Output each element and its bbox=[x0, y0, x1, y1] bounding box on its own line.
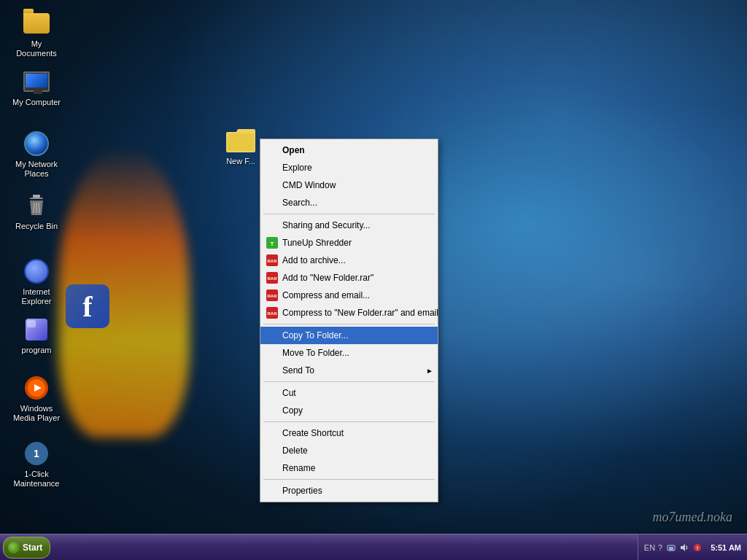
taskbar: Start EN ? ! bbox=[0, 534, 747, 560]
menu-item-search[interactable]: Search... bbox=[260, 194, 438, 211]
separator-3 bbox=[263, 381, 435, 382]
cut-icon bbox=[266, 387, 278, 399]
svg-text:T: T bbox=[271, 241, 274, 247]
svg-line-2 bbox=[34, 203, 34, 213]
tray-icon-network bbox=[665, 542, 677, 553]
desktop-icon-program[interactable]: program bbox=[7, 314, 66, 358]
my-computer-label: My Computer bbox=[12, 98, 61, 107]
my-computer-icon bbox=[23, 69, 50, 95]
svg-rect-23 bbox=[669, 547, 673, 551]
move-to-icon bbox=[266, 347, 278, 359]
tray-language: EN bbox=[644, 543, 655, 552]
menu-item-add-archive[interactable]: RAR Add to archive... bbox=[260, 252, 438, 269]
my-documents-icon bbox=[23, 10, 50, 36]
svg-text:RAR: RAR bbox=[268, 276, 278, 281]
compress-email-icon: RAR bbox=[266, 289, 278, 301]
menu-item-tuneup[interactable]: T TuneUp Shredder bbox=[260, 234, 438, 252]
explore-icon bbox=[266, 162, 278, 174]
ie-label: Internet Explorer bbox=[10, 287, 63, 306]
wmp-label: Windows Media Player bbox=[10, 404, 63, 423]
taskbar-tray: EN ? ! 5:51 AM bbox=[638, 534, 747, 560]
add-archive-icon: RAR bbox=[266, 254, 278, 266]
rename-icon bbox=[266, 462, 278, 474]
desktop-icon-my-computer[interactable]: My Computer bbox=[7, 66, 66, 110]
program-label: program bbox=[22, 346, 52, 355]
menu-item-create-shortcut[interactable]: Create Shortcut bbox=[260, 424, 438, 442]
tray-icon-volume[interactable] bbox=[678, 542, 690, 553]
new-folder-area[interactable]: New F... bbox=[226, 128, 255, 166]
menu-item-add-rar[interactable]: RAR Add to "New Folder.rar" bbox=[260, 269, 438, 287]
ie-icon bbox=[23, 258, 50, 284]
menu-item-open[interactable]: Open bbox=[260, 141, 438, 159]
start-orb bbox=[8, 542, 20, 553]
cmd-icon bbox=[266, 179, 278, 191]
menu-item-rename[interactable]: Rename bbox=[260, 459, 438, 477]
send-to-arrow: ► bbox=[426, 367, 433, 375]
desktop-icon-wmp[interactable]: Windows Media Player bbox=[7, 372, 66, 426]
context-menu: Open Explore CMD Window Search... Sharin… bbox=[260, 139, 438, 502]
svg-marker-24 bbox=[681, 544, 685, 551]
menu-item-send-to[interactable]: Send To ► bbox=[260, 362, 438, 379]
svg-text:!: ! bbox=[697, 545, 699, 551]
compress-rar-email-icon: RAR bbox=[266, 307, 278, 319]
menu-item-copy[interactable]: Copy bbox=[260, 402, 438, 419]
search-icon bbox=[266, 197, 278, 209]
tray-help[interactable]: ? bbox=[658, 543, 662, 552]
desktop: My Documents My Computer My Network Plac… bbox=[0, 0, 747, 560]
my-network-icon bbox=[23, 131, 50, 157]
new-folder-icon bbox=[226, 128, 255, 154]
facebook-icon-area: f bbox=[66, 284, 109, 328]
my-network-label: My Network Places bbox=[10, 160, 63, 179]
desktop-icon-recycle-bin[interactable]: Recycle Bin bbox=[7, 190, 66, 234]
my-documents-label: My Documents bbox=[10, 39, 63, 58]
menu-item-sharing[interactable]: Sharing and Security... bbox=[260, 217, 438, 234]
svg-text:1: 1 bbox=[34, 448, 39, 459]
copy-icon bbox=[266, 405, 278, 416]
menu-item-compress-rar-email[interactable]: RAR Compress to "New Folder.rar" and ema… bbox=[260, 304, 438, 322]
tray-icon-security: ! bbox=[692, 542, 703, 553]
sharing-icon bbox=[266, 219, 278, 231]
separator-5 bbox=[263, 479, 435, 480]
recycle-bin-icon bbox=[23, 192, 50, 219]
tuneup-icon: T bbox=[266, 237, 278, 249]
tray-icons: ! bbox=[665, 542, 703, 553]
svg-line-4 bbox=[39, 203, 39, 213]
separator-2 bbox=[263, 324, 435, 324]
start-label: Start bbox=[23, 542, 42, 553]
svg-rect-0 bbox=[30, 198, 43, 199]
desktop-icon-my-network[interactable]: My Network Places bbox=[7, 128, 66, 182]
start-button[interactable]: Start bbox=[3, 537, 50, 559]
svg-rect-1 bbox=[33, 195, 40, 198]
recycle-bin-label: Recycle Bin bbox=[15, 222, 58, 231]
desktop-icon-ie[interactable]: Internet Explorer bbox=[7, 255, 66, 309]
svg-text:RAR: RAR bbox=[268, 311, 278, 316]
shortcut-icon bbox=[266, 427, 278, 439]
send-to-icon bbox=[266, 365, 278, 376]
delete-icon bbox=[266, 445, 278, 456]
tray-time: 5:51 AM bbox=[706, 543, 741, 552]
menu-item-properties[interactable]: Properties bbox=[260, 482, 438, 499]
svg-text:RAR: RAR bbox=[268, 294, 278, 298]
menu-item-cut[interactable]: Cut bbox=[260, 384, 438, 402]
menu-item-cmd[interactable]: CMD Window bbox=[260, 176, 438, 194]
menu-item-delete[interactable]: Delete bbox=[260, 442, 438, 459]
facebook-icon: f bbox=[66, 284, 109, 328]
separator-4 bbox=[263, 421, 435, 422]
svg-text:RAR: RAR bbox=[268, 259, 278, 263]
separator-1 bbox=[263, 214, 435, 214]
menu-item-compress-email[interactable]: RAR Compress and email... bbox=[260, 287, 438, 304]
desktop-icon-one-click[interactable]: 1 1-Click Maintenance bbox=[7, 438, 66, 491]
desktop-icon-my-documents[interactable]: My Documents bbox=[7, 7, 66, 61]
one-click-label: 1-Click Maintenance bbox=[10, 470, 63, 489]
open-icon bbox=[266, 144, 278, 156]
menu-item-explore[interactable]: Explore bbox=[260, 159, 438, 176]
new-folder-label: New F... bbox=[226, 157, 255, 166]
menu-item-move-to[interactable]: Move To Folder... bbox=[260, 344, 438, 362]
add-rar-icon: RAR bbox=[266, 272, 278, 284]
wmp-icon bbox=[23, 375, 50, 401]
one-click-icon: 1 bbox=[23, 440, 50, 467]
svg-rect-6 bbox=[27, 320, 36, 327]
properties-icon bbox=[266, 485, 278, 497]
menu-item-copy-to[interactable]: Copy To Folder... bbox=[260, 327, 438, 344]
copy-to-icon bbox=[266, 330, 278, 341]
